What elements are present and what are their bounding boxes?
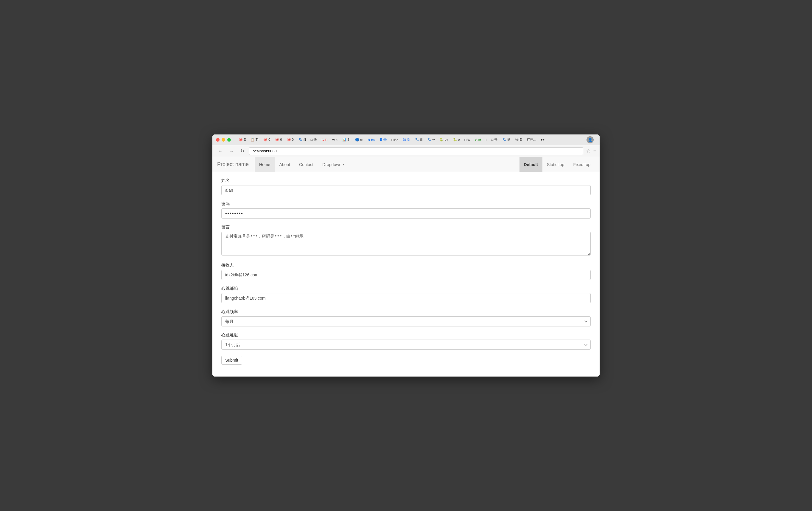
delay-select[interactable]: 1个月后 2个月后 3个月后 (221, 340, 591, 350)
bookmark-8[interactable]: C Fl (320, 137, 329, 142)
bookmark-13[interactable]: B 全 (378, 137, 388, 142)
freq-label: 心跳频率 (221, 309, 591, 315)
bookmark-21[interactable]: S sf (473, 137, 483, 142)
bookmark-4[interactable]: 🐙 0 (273, 137, 284, 142)
bookmark-12[interactable]: B Bu (366, 137, 377, 142)
submit-button[interactable]: Submit (221, 356, 242, 365)
password-label: 密码 (221, 201, 591, 207)
address-bar: ← → ↻ ☆ ≡ (212, 145, 600, 157)
title-bar: 🐙 E 📋 Tr 🐙 0 🐙 0 🐙 0 🐾 fli □ 快 C Fl w × … (212, 134, 600, 145)
brand-link[interactable]: Project name (217, 161, 249, 167)
back-button[interactable]: ← (216, 148, 224, 155)
bookmark-10[interactable]: 📊 Si (341, 137, 352, 142)
bookmark-7[interactable]: □ 快 (309, 137, 319, 142)
bookmark-18[interactable]: 🐍 py (438, 137, 450, 142)
message-group: 留言 支付宝账号是***，密码是***，由**继承 (221, 224, 591, 257)
main-content: 姓名 密码 留言 支付宝账号是***，密码是***，由**继承 接收人 心跳邮箱… (212, 172, 600, 377)
recipient-input[interactable] (221, 270, 591, 280)
bookmark-17[interactable]: 🐾 w (425, 137, 436, 142)
bookmark-22[interactable]: I (484, 137, 488, 142)
message-label: 留言 (221, 224, 591, 230)
name-input[interactable] (221, 185, 591, 195)
bookmark-15[interactable]: 知 堂 (401, 137, 412, 142)
freq-group: 心跳频率 每月 每周 每天 (221, 309, 591, 326)
nav-contact[interactable]: Contact (295, 157, 318, 172)
email-input[interactable] (221, 293, 591, 303)
bookmark-more[interactable]: ▸▸ (540, 137, 547, 142)
nav-links: Home About Contact Dropdown ▾ (255, 157, 349, 172)
nav-static-top[interactable]: Static top (543, 157, 569, 172)
forward-button[interactable]: → (227, 148, 236, 155)
name-group: 姓名 (221, 178, 591, 195)
bookmark-14[interactable]: □ Bc (389, 137, 400, 142)
dropdown-arrow: ▾ (343, 163, 344, 166)
bookmark-3[interactable]: 🐙 0 (262, 137, 272, 142)
message-input[interactable]: 支付宝账号是***，密码是***，由**继承 (221, 232, 591, 255)
navbar-right: Default Static top Fixed top (520, 157, 595, 172)
bookmark-9[interactable]: w × (331, 137, 339, 142)
bookmarks-bar: 🐙 E 📋 Tr 🐙 0 🐙 0 🐙 0 🐾 fli □ 快 C Fl w × … (234, 134, 596, 145)
bookmark-19[interactable]: 🐍 p (451, 137, 461, 142)
bookmark-11[interactable]: 🔵 cr (353, 137, 365, 142)
nav-fixed-top[interactable]: Fixed top (569, 157, 595, 172)
recipient-label: 接收人 (221, 263, 591, 268)
bookmark-26[interactable]: 打开… (525, 137, 538, 142)
url-input[interactable] (249, 147, 583, 155)
browser-menu[interactable]: ≡ (593, 149, 596, 154)
nav-default[interactable]: Default (520, 157, 543, 172)
navbar: Project name Home About Contact Dropdown… (212, 157, 600, 172)
bookmark-25[interactable]: 译 E (514, 137, 523, 142)
nav-about[interactable]: About (274, 157, 295, 172)
name-label: 姓名 (221, 178, 591, 183)
delay-label: 心跳延迟 (221, 332, 591, 338)
bookmark-23[interactable]: □ 开 (489, 137, 499, 142)
freq-select[interactable]: 每月 每周 每天 (221, 316, 591, 326)
minimize-button[interactable] (222, 138, 225, 142)
close-button[interactable] (216, 138, 220, 142)
nav-home[interactable]: Home (255, 157, 274, 172)
bookmark-1[interactable]: 🐙 E (237, 137, 248, 142)
maximize-button[interactable] (227, 138, 231, 142)
delay-group: 心跳延迟 1个月后 2个月后 3个月后 (221, 332, 591, 350)
password-group: 密码 (221, 201, 591, 218)
profile-area: 👤 (586, 136, 594, 143)
refresh-button[interactable]: ↻ (239, 147, 246, 155)
password-input[interactable] (221, 208, 591, 218)
bookmark-5[interactable]: 🐙 0 (285, 137, 295, 142)
nav-dropdown[interactable]: Dropdown ▾ (318, 157, 349, 172)
bookmark-16[interactable]: 🐾 fli (413, 137, 424, 142)
bookmark-2[interactable]: 📋 Tr (249, 137, 260, 142)
window-controls (216, 138, 231, 142)
profile-icon[interactable]: 👤 (586, 136, 594, 143)
email-label: 心跳邮箱 (221, 286, 591, 291)
bookmark-20[interactable]: □ W (463, 137, 472, 142)
bookmark-star[interactable]: ☆ (586, 148, 590, 154)
email-group: 心跳邮箱 (221, 286, 591, 303)
bookmark-6[interactable]: 🐾 fli (297, 137, 308, 142)
recipient-group: 接收人 (221, 263, 591, 280)
bookmark-24[interactable]: 🐾 延 (500, 137, 512, 142)
